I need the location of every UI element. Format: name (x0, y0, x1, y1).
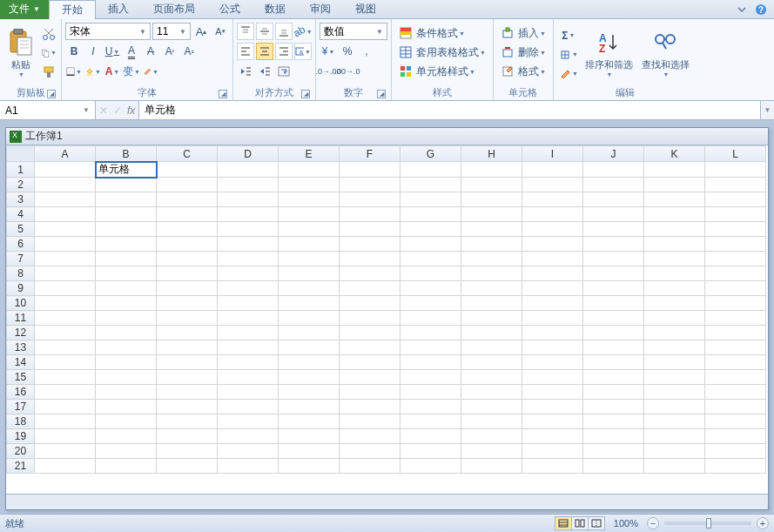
cell[interactable] (400, 326, 461, 340)
cell[interactable] (35, 192, 96, 207)
comma-button[interactable]: , (358, 43, 375, 60)
cell[interactable] (35, 429, 96, 444)
cell[interactable] (461, 222, 522, 237)
copy-button[interactable]: ▼ (40, 44, 57, 62)
align-center-button[interactable] (256, 43, 273, 60)
cell[interactable] (96, 429, 157, 444)
cell[interactable] (279, 252, 340, 266)
cell[interactable] (35, 414, 96, 429)
align-middle-button[interactable] (256, 23, 273, 40)
cell[interactable] (218, 370, 279, 385)
cell[interactable] (705, 355, 766, 370)
cell[interactable] (96, 444, 157, 459)
cell[interactable] (522, 370, 583, 385)
cell[interactable] (96, 311, 157, 326)
cell[interactable] (279, 162, 340, 178)
cell[interactable] (340, 266, 400, 281)
minimize-ribbon-icon[interactable] (736, 3, 748, 16)
cell[interactable] (279, 266, 340, 281)
cell[interactable] (218, 355, 279, 370)
cell[interactable] (157, 252, 218, 266)
cell[interactable] (522, 340, 583, 355)
cell[interactable] (644, 385, 705, 400)
cell[interactable] (340, 355, 400, 370)
cell[interactable] (705, 429, 766, 444)
cell[interactable] (583, 370, 644, 385)
cell[interactable] (522, 237, 583, 252)
column-header[interactable]: C (157, 146, 218, 162)
tab-data[interactable]: 数据 (252, 0, 298, 19)
decrease-indent-button[interactable] (237, 63, 254, 80)
cell[interactable] (400, 178, 461, 192)
tab-home[interactable]: 开始 (49, 0, 96, 19)
cell[interactable] (35, 340, 96, 355)
cell[interactable] (522, 178, 583, 192)
horizontal-scrollbar[interactable] (6, 494, 768, 509)
cell[interactable] (157, 444, 218, 459)
wrap-text-button[interactable] (275, 63, 293, 80)
cell[interactable] (400, 252, 461, 266)
column-header[interactable]: F (340, 146, 400, 162)
cell[interactable] (583, 162, 644, 178)
cell[interactable] (157, 207, 218, 222)
cell[interactable] (400, 414, 461, 429)
cell[interactable] (583, 385, 644, 400)
cell[interactable] (705, 178, 766, 192)
cell[interactable] (96, 459, 157, 474)
align-left-button[interactable] (237, 43, 254, 60)
cell[interactable] (96, 207, 157, 222)
cell[interactable] (96, 385, 157, 400)
cell[interactable] (157, 340, 218, 355)
cell[interactable] (461, 266, 522, 281)
font-name-combo[interactable]: 宋体 ▼ (65, 23, 151, 40)
cell[interactable] (157, 162, 218, 178)
cell[interactable] (96, 252, 157, 266)
cell[interactable] (705, 459, 766, 474)
cell[interactable] (522, 414, 583, 429)
cell[interactable] (583, 459, 644, 474)
cell[interactable] (218, 162, 279, 178)
cell[interactable] (522, 266, 583, 281)
cell[interactable] (340, 400, 400, 414)
cell[interactable] (644, 252, 705, 266)
column-header[interactable]: I (522, 146, 583, 162)
cell[interactable] (583, 178, 644, 192)
cell[interactable] (279, 385, 340, 400)
cell[interactable] (35, 207, 96, 222)
cell[interactable] (157, 326, 218, 340)
cancel-formula-icon[interactable]: ✕ (99, 104, 108, 117)
cell[interactable] (340, 281, 400, 296)
cell[interactable] (400, 459, 461, 474)
cell[interactable] (279, 281, 340, 296)
orientation-button[interactable]: ab▼ (294, 23, 312, 40)
cell[interactable] (400, 281, 461, 296)
cell[interactable] (218, 459, 279, 474)
cell[interactable] (583, 207, 644, 222)
cell[interactable] (461, 370, 522, 385)
cell[interactable] (400, 370, 461, 385)
cell[interactable] (218, 252, 279, 266)
cell[interactable] (705, 385, 766, 400)
help-icon[interactable]: ? (755, 3, 767, 16)
cell[interactable] (96, 237, 157, 252)
cell[interactable] (522, 385, 583, 400)
cell[interactable] (583, 266, 644, 281)
cell[interactable] (218, 207, 279, 222)
cell[interactable] (644, 178, 705, 192)
cell[interactable] (644, 370, 705, 385)
row-header[interactable]: 15 (7, 370, 35, 385)
cell[interactable] (35, 296, 96, 311)
strike-button[interactable]: A (142, 43, 159, 60)
cell[interactable] (157, 385, 218, 400)
row-header[interactable]: 7 (7, 252, 35, 266)
cell[interactable] (644, 281, 705, 296)
cell[interactable] (157, 222, 218, 237)
cell[interactable] (583, 414, 644, 429)
font-color-button[interactable]: A ▼ (104, 63, 121, 80)
row-header[interactable]: 19 (7, 429, 35, 444)
column-header[interactable]: B (96, 146, 157, 162)
cell[interactable] (461, 400, 522, 414)
formula-input[interactable]: 单元格 (139, 101, 760, 119)
cell[interactable] (583, 296, 644, 311)
cell[interactable] (705, 207, 766, 222)
